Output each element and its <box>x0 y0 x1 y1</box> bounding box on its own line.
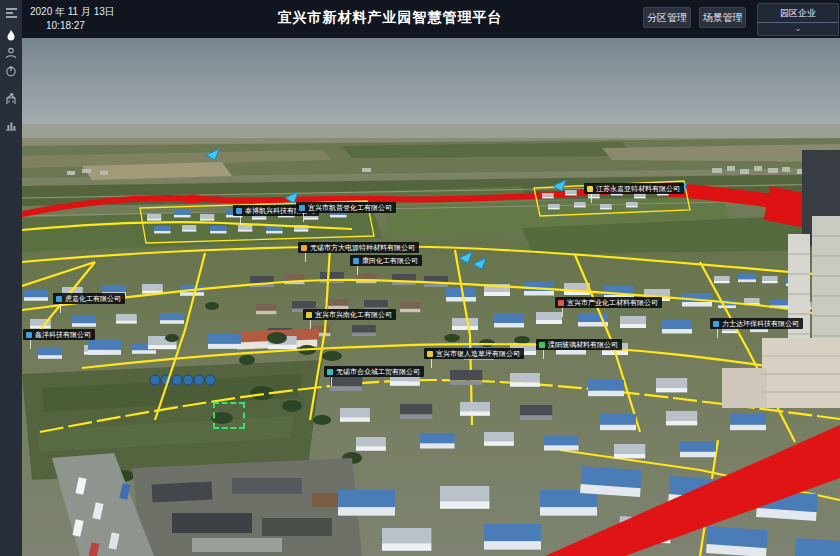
enterprise-dropdown-value: 园区企业 <box>758 4 838 23</box>
company-label-text: 宜兴市产业化工材料有限公司 <box>567 299 658 306</box>
company-icon <box>56 296 62 302</box>
company-label[interactable]: 无锡市合众城工贸有限公司 <box>324 366 424 377</box>
map-3d-view[interactable] <box>22 38 840 556</box>
page-title: 宜兴市新材料产业园智慧管理平台 <box>180 9 600 27</box>
location-marker[interactable] <box>472 256 487 274</box>
company-icon <box>327 369 333 375</box>
company-icon <box>539 342 545 348</box>
company-label[interactable]: 康田化工有限公司 <box>350 255 422 266</box>
company-label[interactable]: 宜兴市银人造草坪有限公司 <box>424 348 524 359</box>
location-marker[interactable] <box>552 178 567 196</box>
current-time: 10:18:27 <box>46 20 85 31</box>
company-label-text: 江苏永嘉亚特材料有限公司 <box>596 185 680 192</box>
company-label-text: 宜兴市兴南化工有限公司 <box>315 311 392 318</box>
chart-icon <box>5 119 17 131</box>
user-icon <box>5 47 17 59</box>
location-marker[interactable] <box>458 250 473 268</box>
company-label[interactable]: 鑫洋科技有限公司 <box>23 329 95 340</box>
company-label-text: 宜兴市凯普登化工有限公司 <box>308 204 392 211</box>
company-label-text: 宜兴市银人造草坪有限公司 <box>436 350 520 357</box>
company-icon <box>353 258 359 264</box>
company-label-text: 溧阳玻璃材料有限公司 <box>548 341 618 348</box>
company-label[interactable]: 力士达环保科技有限公司 <box>710 318 803 329</box>
top-header: 2020 年 11 月 13日 10:18:27 宜兴市新材料产业园智慧管理平台… <box>0 0 840 38</box>
left-sidebar <box>0 0 22 556</box>
company-icon <box>713 321 719 327</box>
company-label[interactable]: 江苏永嘉亚特材料有限公司 <box>584 183 684 194</box>
chevron-down-icon: ⌄ <box>758 23 838 35</box>
company-icon <box>301 245 307 251</box>
company-label-text: 力士达环保科技有限公司 <box>722 320 799 327</box>
company-label-text: 无锡市合众城工贸有限公司 <box>336 368 420 375</box>
company-label-text: 无锡市方大电源特种材料有限公司 <box>310 244 415 251</box>
sidebar-item-menu[interactable] <box>0 4 22 22</box>
factory-icon <box>5 93 17 105</box>
company-label-text: 康田化工有限公司 <box>362 257 418 264</box>
map-scenery <box>22 38 840 556</box>
company-icon <box>558 300 564 306</box>
company-icon <box>299 205 305 211</box>
scene-management-button[interactable]: 场景管理 <box>699 7 746 28</box>
menu-icon <box>5 7 18 19</box>
fire-icon <box>5 29 17 42</box>
company-label[interactable]: 宜兴市产业化工材料有限公司 <box>555 297 662 308</box>
company-icon <box>236 208 242 214</box>
sidebar-item-chart[interactable] <box>0 116 22 134</box>
smart-park-platform: 泰博凯兴科技有限公司 宜兴市凯普登化工有限公司 无锡市方大电源特种材料有限公司 … <box>0 0 840 556</box>
sidebar-item-factory[interactable] <box>0 90 22 108</box>
company-icon <box>587 186 593 192</box>
company-icon <box>306 312 312 318</box>
company-label[interactable]: 宜兴市兴南化工有限公司 <box>303 309 396 320</box>
selection-box <box>213 402 245 429</box>
current-date: 2020 年 11 月 13日 <box>30 5 115 19</box>
zone-management-button[interactable]: 分区管理 <box>643 7 691 28</box>
company-label-text: 虎嘉化工有限公司 <box>65 295 121 302</box>
enterprise-dropdown[interactable]: 园区企业 ⌄ <box>757 3 839 36</box>
company-icon <box>26 332 32 338</box>
sidebar-item-fire[interactable] <box>0 26 22 44</box>
location-marker[interactable] <box>205 147 220 165</box>
sidebar-item-power[interactable] <box>0 62 22 80</box>
power-icon <box>5 65 17 77</box>
company-icon <box>427 351 433 357</box>
company-label[interactable]: 虎嘉化工有限公司 <box>53 293 125 304</box>
company-label-text: 鑫洋科技有限公司 <box>35 331 91 338</box>
company-label[interactable]: 无锡市方大电源特种材料有限公司 <box>298 242 419 253</box>
sidebar-item-user[interactable] <box>0 44 22 62</box>
company-label[interactable]: 宜兴市凯普登化工有限公司 <box>296 202 396 213</box>
company-label[interactable]: 溧阳玻璃材料有限公司 <box>536 339 622 350</box>
